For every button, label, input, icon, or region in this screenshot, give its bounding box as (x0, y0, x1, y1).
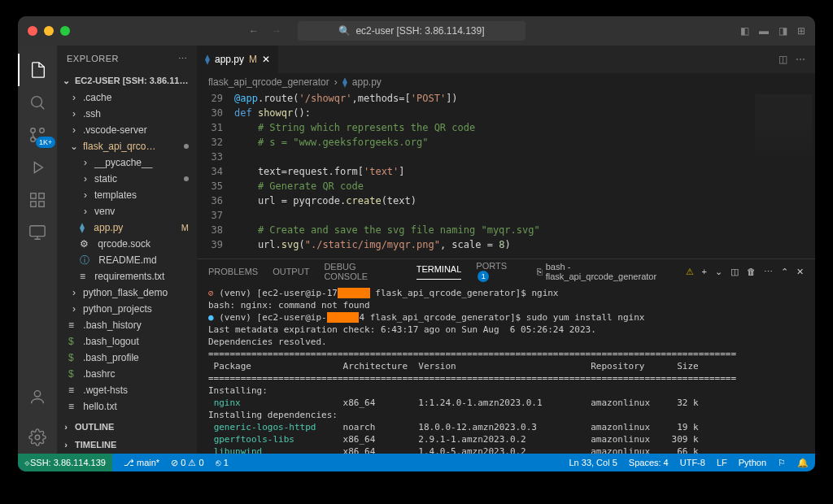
folder-static[interactable]: ›static (57, 171, 197, 187)
terminal-title: bash - flask_api_qrcode_generator (546, 262, 683, 281)
python-file-icon: ⧫ (342, 76, 347, 88)
maximize-panel-icon[interactable]: ⌃ (781, 267, 788, 277)
customize-layout-icon[interactable]: ⊞ (797, 25, 805, 37)
remote-explorer-icon[interactable] (18, 216, 57, 249)
svg-rect-8 (30, 226, 45, 237)
bottom-panel: PROBLEMS OUTPUT DEBUG CONSOLE TERMINAL P… (197, 259, 815, 454)
svg-point-0 (32, 97, 42, 107)
nav-back-icon[interactable]: ← (249, 25, 259, 37)
git-branch-status[interactable]: ⎇ main* (124, 458, 159, 468)
tab-problems[interactable]: PROBLEMS (208, 267, 258, 276)
status-bar: ⟐ SSH: 3.86.114.139 ⎇ main* ⊘ 0 ⚠ 0 ⎋ 1 … (18, 454, 815, 471)
settings-gear-icon[interactable] (18, 421, 57, 454)
toggle-panel-left-icon[interactable]: ◧ (740, 25, 749, 37)
editor-more-icon[interactable]: ⋯ (796, 54, 805, 65)
bash-icon: ⎘ (537, 267, 543, 276)
source-control-view-icon[interactable]: 1K+ (18, 119, 57, 151)
file-bash-history[interactable]: ≡ .bash_history (57, 317, 197, 333)
indentation-status[interactable]: Spaces: 4 (629, 458, 669, 467)
git-modified-badge: M (181, 223, 189, 232)
new-terminal-icon[interactable]: + (702, 267, 707, 276)
search-view-icon[interactable] (18, 86, 57, 119)
file-requirements-txt[interactable]: ≡ requirements.txt (57, 268, 197, 285)
close-tab-icon[interactable]: ✕ (262, 54, 270, 65)
command-center[interactable]: 🔍 ec2-user [SSH: 3.86.114.139] (298, 21, 526, 41)
run-debug-view-icon[interactable] (18, 151, 57, 184)
tab-terminal[interactable]: TERMINAL (416, 264, 462, 280)
timeline-section[interactable]: ›TIMELINE (57, 436, 197, 454)
file-qrcode-sock[interactable]: ⚙ qrcode.sock (57, 236, 197, 252)
panel-more-icon[interactable]: ⋯ (764, 267, 773, 277)
folder-templates[interactable]: ›templates (57, 187, 197, 203)
workspace-name: EC2-USER [SSH: 3.86.11… (75, 76, 188, 85)
explorer-view-icon[interactable] (18, 54, 57, 86)
warning-icon: ⚠ (686, 267, 694, 277)
code-editor[interactable]: 2930313233343536373839 @app.route('/show… (197, 91, 815, 259)
tab-debug-console[interactable]: DEBUG CONSOLE (324, 262, 401, 281)
sidebar-more-icon[interactable]: ⋯ (178, 54, 188, 64)
svg-point-9 (34, 391, 40, 397)
problems-status[interactable]: ⊘ 0 ⚠ 0 (171, 458, 203, 468)
notifications-icon[interactable]: 🔔 (797, 458, 809, 468)
editor-tabs: ⧫ app.py M ✕ ◫ ⋯ (197, 46, 815, 73)
maximize-window-button[interactable] (60, 26, 70, 36)
svg-rect-7 (39, 202, 44, 206)
toggle-panel-right-icon[interactable]: ◨ (778, 25, 787, 37)
file-bash-profile[interactable]: $ .bash_profile (57, 350, 197, 366)
file-wget-hsts[interactable]: ≡ .wget-hsts (57, 382, 197, 398)
file-tree: ›.cache ›.ssh ›.vscode-server ⌄flask_api… (57, 89, 197, 418)
encoding-status[interactable]: UTF-8 (680, 458, 705, 467)
minimap[interactable] (755, 94, 812, 159)
split-editor-icon[interactable]: ◫ (778, 54, 787, 65)
file-readme-md[interactable]: ⓘ README.md (57, 252, 197, 268)
feedback-icon[interactable]: ⚐ (778, 458, 786, 468)
minimize-window-button[interactable] (44, 26, 54, 36)
terminal-dropdown-icon[interactable]: ⌄ (715, 267, 722, 277)
language-mode-status[interactable]: Python (739, 458, 766, 467)
breadcrumb[interactable]: flask_api_qrcode_generator› ⧫ app.py (197, 73, 815, 91)
close-panel-icon[interactable]: ✕ (796, 267, 804, 277)
accounts-icon[interactable] (18, 380, 57, 413)
folder-pycache[interactable]: ›__pycache__ (57, 154, 197, 171)
workspace-header[interactable]: ⌄EC2-USER [SSH: 3.86.11… (57, 72, 197, 89)
file-bashrc[interactable]: $ .bashrc (57, 366, 197, 382)
toggle-panel-bottom-icon[interactable]: ▬ (759, 25, 769, 37)
tab-modified-badge: M (249, 54, 257, 65)
tab-ports[interactable]: PORTS 1 (476, 261, 521, 282)
remote-ssh-status[interactable]: ⟐ SSH: 3.86.114.139 (18, 454, 112, 471)
svg-point-3 (31, 128, 36, 133)
terminal-content[interactable]: ⊘ (venv) [ec2-user@ip-17REDACT flask_api… (197, 284, 815, 454)
svg-point-10 (35, 435, 40, 440)
line-number-gutter: 2930313233343536373839 (197, 91, 234, 259)
folder-ssh[interactable]: ›.ssh (57, 106, 197, 122)
cursor-position-status[interactable]: Ln 33, Col 5 (569, 458, 617, 467)
close-window-button[interactable] (28, 26, 37, 36)
folder-venv[interactable]: ›venv (57, 203, 197, 219)
search-label: ec2-user [SSH: 3.86.114.139] (355, 25, 484, 37)
svg-rect-6 (31, 202, 36, 206)
explorer-sidebar: EXPLORER ⋯ ⌄EC2-USER [SSH: 3.86.11… ›.ca… (57, 46, 197, 454)
file-hello-txt[interactable]: ≡ hello.txt (57, 398, 197, 415)
activity-bar: 1K+ (18, 46, 57, 454)
folder-vscode-server[interactable]: ›.vscode-server (57, 122, 197, 138)
tab-label: app.py (215, 54, 244, 65)
file-bash-logout[interactable]: $ .bash_logout (57, 333, 197, 350)
outline-section[interactable]: ›OUTLINE (57, 418, 197, 436)
python-file-icon: ⧫ (205, 54, 210, 65)
kill-terminal-icon[interactable]: 🗑 (747, 267, 756, 276)
ports-status[interactable]: ⎋ 1 (216, 458, 229, 467)
folder-cache[interactable]: ›.cache (57, 89, 197, 106)
file-app-py[interactable]: ⧫ app.pyM (57, 219, 197, 236)
folder-flask-api[interactable]: ⌄flask_api_qrco… (57, 138, 197, 154)
eol-status[interactable]: LF (717, 458, 727, 467)
folder-python-projects[interactable]: ›python_projects (57, 301, 197, 317)
tab-app-py[interactable]: ⧫ app.py M ✕ (197, 46, 279, 73)
split-terminal-icon[interactable]: ◫ (731, 267, 739, 277)
extensions-view-icon[interactable] (18, 184, 57, 216)
folder-python-flask-demo[interactable]: ›python_flask_demo (57, 285, 197, 301)
sidebar-title: EXPLORER (67, 54, 119, 63)
search-icon: 🔍 (338, 25, 351, 37)
tab-output[interactable]: OUTPUT (273, 267, 309, 276)
nav-forward-icon[interactable]: → (272, 25, 281, 37)
modified-dot-icon (184, 144, 189, 149)
